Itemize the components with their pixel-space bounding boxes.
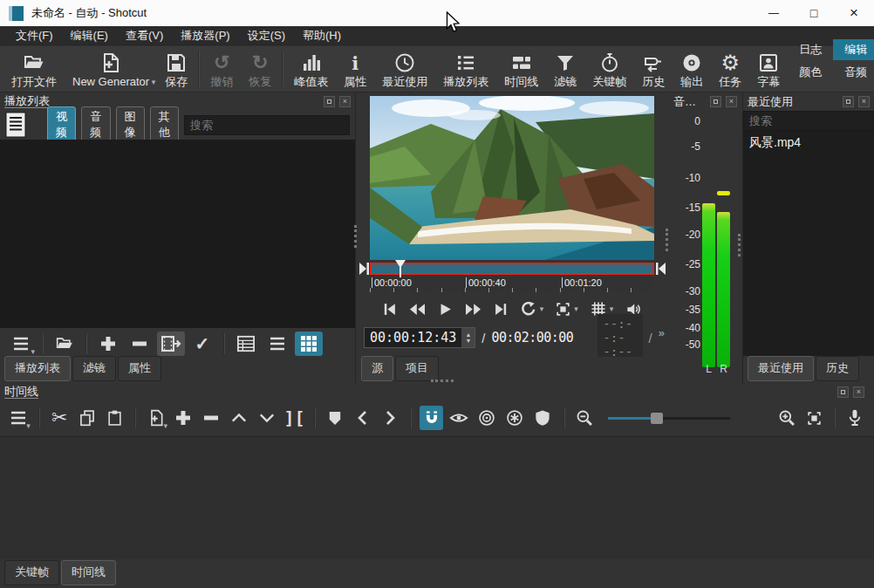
menu-help[interactable]: 帮助(H) <box>294 26 350 45</box>
marker-button[interactable] <box>324 406 347 430</box>
cut-button[interactable]: ✂ <box>48 406 72 430</box>
tab-keyframes[interactable]: 关键帧 <box>4 560 59 585</box>
playlist-open-button[interactable] <box>51 332 79 356</box>
rewind-button[interactable] <box>408 302 427 317</box>
recent-search-input[interactable] <box>743 111 874 131</box>
zoom-out-button[interactable] <box>573 406 597 430</box>
lift-button[interactable] <box>227 406 250 430</box>
timeline-zoom-slider[interactable] <box>608 411 731 425</box>
playlist-update-button[interactable] <box>157 332 185 356</box>
timeline-add-button[interactable] <box>172 406 195 430</box>
recent-list-item[interactable]: 风景.mp4 <box>743 131 874 155</box>
save-button[interactable]: 保存 <box>157 47 195 91</box>
timeline-tracks-area[interactable] <box>0 436 874 559</box>
trim-out-marker[interactable] <box>656 263 666 275</box>
zoom-fit-timeline-button[interactable] <box>802 406 826 430</box>
next-marker-button[interactable] <box>379 406 402 430</box>
peak-meter-button[interactable]: 峰值表 <box>286 47 336 91</box>
splitter-handle[interactable] <box>354 225 357 248</box>
menu-edit[interactable]: 编辑(E) <box>62 26 117 45</box>
playlist-remove-button[interactable] <box>126 332 154 356</box>
tab-playlist[interactable]: 播放列表 <box>4 356 71 381</box>
ripple-all-tracks-button[interactable] <box>503 406 527 430</box>
view-details-button[interactable] <box>232 332 260 356</box>
splitter-handle[interactable] <box>738 234 741 256</box>
skip-start-button[interactable] <box>382 302 397 317</box>
open-file-button[interactable]: 打开文件 <box>3 47 65 91</box>
layout-logging-button[interactable]: 日志 <box>788 39 833 60</box>
scrubber[interactable] <box>357 260 668 277</box>
view-icons-button[interactable] <box>295 332 323 356</box>
history-button[interactable]: 历史 <box>634 47 673 91</box>
playhead[interactable] <box>395 260 406 277</box>
filters-button[interactable]: 滤镜 <box>546 47 584 91</box>
loop-button[interactable]: ▾ <box>520 300 544 318</box>
playlist-empty-list[interactable] <box>0 140 355 328</box>
close-panel-button[interactable]: × <box>339 96 351 107</box>
playlist-checkmark-button[interactable]: ✓ <box>188 332 216 356</box>
playlist-menu-button[interactable]: ▾ <box>7 332 35 356</box>
maximize-button[interactable]: □ <box>794 0 834 26</box>
prev-marker-button[interactable] <box>352 406 375 430</box>
append-button[interactable]: ▾ <box>144 406 167 430</box>
tab-timeline[interactable]: 时间线 <box>61 560 116 585</box>
timecode-spinbox[interactable]: 00:00:12:43 ▲▼ <box>364 327 475 348</box>
close-panel-button[interactable]: × <box>858 96 870 107</box>
zoom-in-button[interactable] <box>775 406 798 430</box>
float-panel-button[interactable] <box>837 386 849 398</box>
fast-forward-button[interactable] <box>464 302 482 317</box>
keyframes-button[interactable]: 关键帧 <box>584 47 634 91</box>
redo-button[interactable]: ↻ 恢复 <box>241 47 279 91</box>
menu-view[interactable]: 查看(V) <box>117 26 172 45</box>
record-audio-button[interactable] <box>843 406 867 430</box>
tab-recent[interactable]: 最近使用 <box>748 356 814 381</box>
slider-handle[interactable] <box>651 413 663 424</box>
close-button[interactable]: × <box>834 0 874 26</box>
scrub-while-dragging-button[interactable] <box>447 406 471 430</box>
view-tiles-button[interactable] <box>263 332 291 356</box>
timeline-menu-button[interactable]: ▾ <box>7 406 31 430</box>
toolbar-overflow-icon[interactable]: » <box>659 326 665 339</box>
float-panel-button[interactable] <box>843 96 854 107</box>
playlist-search-input[interactable] <box>184 115 350 135</box>
filter-image-chip[interactable]: 图像 <box>116 106 145 144</box>
spin-arrows[interactable]: ▲▼ <box>461 328 475 347</box>
playlist-add-button[interactable] <box>94 332 122 356</box>
tab-project[interactable]: 项目 <box>395 356 439 381</box>
splitter-handle[interactable] <box>666 229 668 251</box>
timeline-remove-button[interactable] <box>200 406 223 430</box>
filter-other-chip[interactable]: 其他 <box>150 106 179 144</box>
split-button[interactable]: ][ <box>283 406 306 430</box>
ripple-button[interactable] <box>475 406 499 430</box>
splitter-handle[interactable] <box>431 379 454 382</box>
tab-source[interactable]: 源 <box>361 356 393 381</box>
tab-properties[interactable]: 属性 <box>118 356 161 381</box>
menu-player[interactable]: 播放器(P) <box>172 26 238 45</box>
ripple-markers-button[interactable] <box>530 406 554 430</box>
layout-editing-button[interactable]: 编辑 <box>833 39 874 60</box>
jobs-button[interactable]: ⚙ 任务 <box>711 47 749 91</box>
zoom-fit-button[interactable]: ▾ <box>555 301 578 318</box>
new-generator-button[interactable]: New Generator ▾ <box>65 47 157 91</box>
menu-settings[interactable]: 设定(S) <box>239 26 294 45</box>
recent-button[interactable]: 最近使用 <box>374 47 435 91</box>
close-panel-button[interactable]: × <box>726 96 737 107</box>
close-panel-button[interactable]: × <box>853 386 864 398</box>
snap-magnet-button[interactable] <box>420 406 443 430</box>
skip-end-button[interactable] <box>494 302 509 317</box>
menu-file[interactable]: 文件(F) <box>7 26 62 45</box>
float-panel-button[interactable] <box>710 96 721 107</box>
export-button[interactable]: 输出 <box>673 47 711 91</box>
play-button[interactable] <box>438 302 453 317</box>
filter-audio-chip[interactable]: 音频 <box>81 106 110 144</box>
paste-button[interactable] <box>103 406 126 430</box>
spin-up-icon[interactable]: ▲ <box>465 332 471 338</box>
spin-down-icon[interactable]: ▼ <box>465 338 471 344</box>
overwrite-button[interactable] <box>255 406 278 430</box>
tab-history[interactable]: 历史 <box>816 356 859 381</box>
scrub-bar[interactable] <box>370 263 654 275</box>
trim-in-marker[interactable] <box>359 263 369 275</box>
minimize-button[interactable]: — <box>754 0 794 26</box>
copy-button[interactable] <box>76 406 99 430</box>
tab-filters[interactable]: 滤镜 <box>72 356 116 381</box>
